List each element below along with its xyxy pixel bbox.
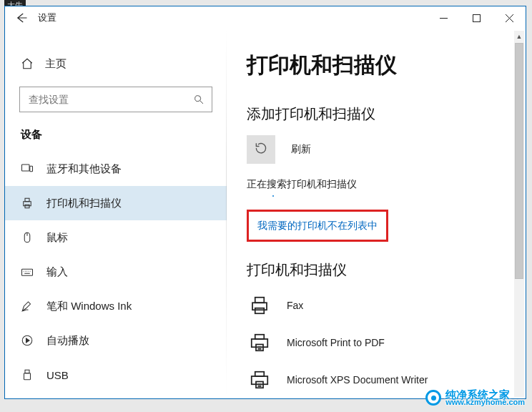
svg-rect-0 [473,14,480,21]
sidebar-item-bluetooth[interactable]: 蓝牙和其他设备 [5,152,227,186]
devices-icon [21,162,34,175]
svg-rect-19 [255,372,265,376]
search-input[interactable] [29,94,193,105]
usb-icon [21,368,34,381]
searching-text: 正在搜索打印机和扫描仪 [247,178,506,191]
scroll-up-arrow[interactable]: ▲ [514,31,524,42]
svg-rect-2 [22,165,30,171]
minimize-button[interactable] [427,6,460,29]
svg-rect-11 [24,373,31,380]
vertical-scrollbar[interactable]: ▲ [514,31,524,397]
settings-window: 设置 [4,6,526,399]
pdf-printer-icon [247,330,272,355]
device-row-fax[interactable]: Fax [247,287,506,324]
sidebar-item-label: 自动播放 [46,334,89,348]
app-title: 设置 [38,11,56,24]
svg-rect-15 [252,339,268,347]
printer-not-listed-link[interactable]: 我需要的打印机不在列表中 [257,220,378,231]
sidebar-item-pen[interactable]: 笔和 Windows Ink [5,289,227,323]
device-label: Microsoft Print to PDF [287,337,385,348]
sidebar-item-usb[interactable]: USB [5,358,227,392]
svg-rect-14 [255,308,265,314]
page-title: 打印机和扫描仪 [247,51,506,80]
search-box[interactable] [19,87,212,112]
svg-rect-10 [25,370,29,373]
add-section-title: 添加打印机和扫描仪 [247,104,506,124]
sidebar-item-label: 笔和 Windows Ink [46,300,132,313]
sidebar-item-printers[interactable]: 打印机和扫描仪 [5,186,227,220]
watermark: 纯净系统之家 www.kzmyhome.com [425,389,525,406]
svg-rect-5 [25,198,29,202]
sidebar-item-label: 蓝牙和其他设备 [46,162,122,176]
fax-printer-icon [247,293,272,318]
svg-rect-3 [30,166,33,172]
mouse-icon [21,231,34,244]
refresh-icon [254,141,268,158]
svg-rect-18 [252,376,268,384]
home-label: 主页 [45,57,66,71]
scroll-thumb[interactable] [515,43,523,279]
sidebar-item-autoplay[interactable]: 自动播放 [5,323,227,358]
watermark-url: www.kzmyhome.com [445,398,525,406]
maximize-button[interactable] [460,6,493,29]
svg-point-1 [195,96,201,102]
device-label: Fax [287,300,303,311]
refresh-button[interactable] [247,135,275,164]
sidebar-item-mouse[interactable]: 鼠标 [5,220,227,255]
search-icon [193,94,205,105]
highlight-box: 我需要的打印机不在列表中 [247,210,388,242]
sidebar-item-label: 输入 [46,265,68,279]
progress-dot [272,195,274,197]
sidebar-item-label: 打印机和扫描仪 [46,197,122,210]
close-button[interactable] [493,6,526,29]
pen-icon [21,300,34,313]
home-button[interactable]: 主页 [5,51,227,77]
autoplay-icon [21,334,34,347]
printer-icon [21,197,34,210]
sidebar-item-label: USB [46,369,69,381]
device-row-pdf[interactable]: Microsoft Print to PDF [247,324,506,361]
sidebar-section-title: 设备 [5,128,227,142]
xps-printer-icon [247,367,272,393]
svg-rect-4 [24,202,31,206]
keyboard-icon [21,265,34,278]
device-label: Microsoft XPS Document Writer [287,374,428,386]
back-button[interactable] [15,11,28,24]
svg-rect-6 [25,205,29,208]
home-icon [21,57,34,70]
devices-section-title: 打印机和扫描仪 [247,260,506,280]
sidebar-item-label: 鼠标 [46,231,68,245]
titlebar: 设置 [5,6,526,29]
content-area: 打印机和扫描仪 添加打印机和扫描仪 刷新 正在搜索打印机和扫描仪 我需要的打印机… [227,29,526,398]
svg-rect-8 [22,269,33,275]
svg-rect-16 [255,335,265,339]
sidebar: 主页 设备 蓝牙和其他设备 [5,29,227,398]
watermark-logo-icon [425,390,441,406]
refresh-label: 刷新 [291,143,311,156]
sidebar-divider [226,29,227,398]
sidebar-item-typing[interactable]: 输入 [5,255,227,289]
svg-rect-13 [255,298,265,303]
